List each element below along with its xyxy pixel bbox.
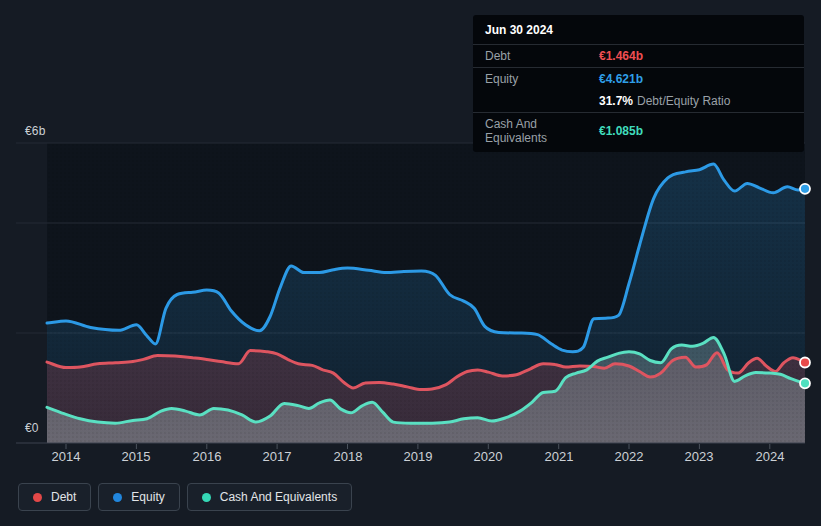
x-axis-label: 2022 — [605, 449, 653, 464]
x-axis-label: 2016 — [183, 449, 231, 464]
cash-last-point-marker[interactable] — [800, 378, 810, 388]
tooltip-ratio-caption: Debt/Equity Ratio — [637, 94, 730, 108]
x-axis-label: 2021 — [535, 449, 583, 464]
y-axis-max-label: €6b — [25, 124, 46, 138]
legend-debt-label: Debt — [51, 490, 76, 504]
equity-series-dot-icon — [113, 493, 122, 502]
legend-item-cash[interactable]: Cash And Equivalents — [187, 483, 352, 511]
tooltip-debt-label: Debt — [485, 49, 599, 63]
tooltip-cash-label: Cash And Equivalents — [485, 117, 599, 145]
legend-item-equity[interactable]: Equity — [98, 483, 179, 511]
tooltip-debt-value: €1.464b — [599, 49, 643, 63]
x-axis-label: 2019 — [394, 449, 442, 464]
x-axis-label: 2020 — [464, 449, 512, 464]
debt-series-dot-icon — [33, 493, 42, 502]
tooltip-date: Jun 30 2024 — [473, 15, 804, 45]
equity-last-point-marker[interactable] — [800, 184, 810, 194]
chart-tooltip: Jun 30 2024 Debt €1.464b Equity €4.621b … — [473, 15, 804, 152]
cash-series-dot-icon — [202, 493, 211, 502]
legend-cash-label: Cash And Equivalents — [220, 490, 337, 504]
x-axis-label: 2014 — [42, 449, 90, 464]
x-axis-label: 2015 — [112, 449, 160, 464]
x-axis: 2014201520162017201820192020202120222023… — [0, 449, 821, 467]
tooltip-row-debt: Debt €1.464b — [473, 45, 804, 68]
tooltip-ratio-value: 31.7% — [599, 94, 633, 108]
tooltip-row-ratio: 31.7% Debt/Equity Ratio — [473, 90, 804, 112]
x-axis-label: 2024 — [746, 449, 794, 464]
tooltip-cash-value: €1.085b — [599, 124, 643, 138]
x-axis-label: 2017 — [253, 449, 301, 464]
legend-equity-label: Equity — [131, 490, 164, 504]
debt-last-point-marker[interactable] — [800, 358, 810, 368]
tooltip-equity-value: €4.621b — [599, 72, 643, 86]
legend-item-debt[interactable]: Debt — [18, 483, 91, 511]
x-axis-label: 2018 — [324, 449, 372, 464]
chart-legend: Debt Equity Cash And Equivalents — [18, 483, 352, 511]
tooltip-equity-label: Equity — [485, 72, 599, 86]
tooltip-row-cash: Cash And Equivalents €1.085b — [473, 112, 804, 149]
x-axis-label: 2023 — [675, 449, 723, 464]
y-axis-zero-label: €0 — [25, 421, 39, 435]
tooltip-row-equity: Equity €4.621b — [473, 68, 804, 90]
